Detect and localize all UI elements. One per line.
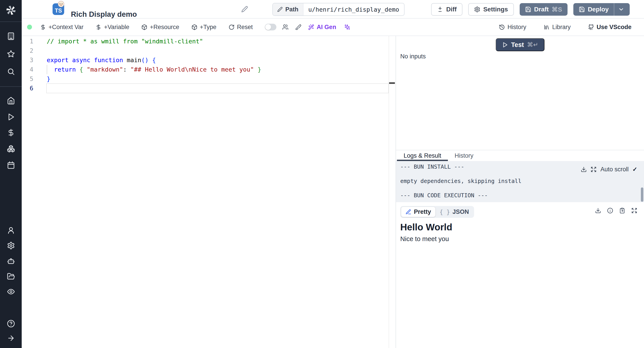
draft-button[interactable]: Draft ⌘S xyxy=(520,3,568,16)
no-inputs-text: No inputs xyxy=(400,53,426,60)
variable-label: +Variable xyxy=(104,24,129,31)
context-var-label: +Context Var xyxy=(48,24,84,31)
path-label: Path xyxy=(285,6,298,13)
line-number-gutter: 123456 xyxy=(22,37,33,93)
draft-shortcut: ⌘S xyxy=(552,6,562,13)
expand-result-icon[interactable] xyxy=(631,208,637,214)
history-button[interactable]: History xyxy=(499,24,526,31)
download-logs-icon[interactable] xyxy=(581,166,587,172)
test-button[interactable]: Test ⌘↵ xyxy=(496,38,544,51)
library-label: Library xyxy=(552,24,571,31)
sidebar-item-settings[interactable] xyxy=(0,241,22,250)
wand-sparkles-icon xyxy=(308,24,314,30)
ai-sparkles-button[interactable] xyxy=(344,24,350,30)
pretty-label: Pretty xyxy=(414,208,431,216)
pencil-icon xyxy=(277,7,283,12)
result-view-switcher: Pretty { } JSON xyxy=(400,206,474,218)
sidebar-item-favorites[interactable] xyxy=(0,49,22,59)
play-icon xyxy=(7,113,15,121)
path-label-section[interactable]: Path xyxy=(273,3,304,16)
boxes-icon xyxy=(7,145,15,153)
add-type-button[interactable]: +Type xyxy=(192,24,216,31)
home-icon xyxy=(7,96,15,105)
edit-title-pencil-icon[interactable] xyxy=(241,6,248,12)
tab-logs-result[interactable]: Logs & Result xyxy=(397,150,448,161)
pen-icon xyxy=(406,209,412,215)
brush-icon xyxy=(295,24,302,30)
sidebar-expand-button[interactable] xyxy=(0,333,22,343)
code-lines[interactable]: // import * as wmill from "windmill-clie… xyxy=(47,37,386,93)
ai-gen-button[interactable]: AI Gen xyxy=(308,24,336,31)
page-title: Rich Display demo xyxy=(71,5,137,24)
path-field[interactable]: Path u/henri/rich_display_demo xyxy=(272,3,404,16)
deploy-label: Deploy xyxy=(588,6,609,13)
add-variable-button[interactable]: +Variable xyxy=(96,24,129,31)
package-icon xyxy=(192,24,198,30)
sidebar-item-resources[interactable] xyxy=(0,144,22,154)
collaborators-button[interactable] xyxy=(282,24,288,30)
copy-to-clipboard-icon[interactable] xyxy=(619,208,625,214)
sidebar-item-variables[interactable] xyxy=(0,128,22,138)
path-value[interactable]: u/henri/rich_display_demo xyxy=(304,3,404,16)
braces-icon: { } xyxy=(440,209,450,216)
settings-button[interactable]: Settings xyxy=(468,3,514,16)
building-icon xyxy=(7,32,15,40)
sidebar-item-workspace[interactable] xyxy=(0,31,22,41)
sidebar-item-home[interactable] xyxy=(0,96,22,106)
info-icon[interactable] xyxy=(607,208,613,214)
format-code-button[interactable] xyxy=(295,24,302,30)
ai-gen-label: AI Gen xyxy=(317,24,336,31)
tab-history[interactable]: History xyxy=(448,150,480,161)
help-circle-icon xyxy=(7,320,15,328)
search-icon xyxy=(7,68,15,76)
chevron-down-icon[interactable] xyxy=(618,6,624,12)
settings-label: Settings xyxy=(483,6,508,13)
logs-viewer[interactable]: --- BUN INSTALL ---empty dependencies, s… xyxy=(396,161,644,202)
sidebar-item-users[interactable] xyxy=(0,226,22,235)
rotate-cw-icon xyxy=(228,24,234,30)
scrollbar-thumb[interactable] xyxy=(641,188,643,202)
resource-label: +Resource xyxy=(150,24,179,31)
add-context-var-button[interactable]: +Context Var xyxy=(40,24,84,31)
download-result-icon[interactable] xyxy=(595,208,601,214)
expand-logs-icon[interactable] xyxy=(590,166,596,172)
sidebar-item-search[interactable] xyxy=(0,67,22,76)
sidebar-item-folders[interactable] xyxy=(0,272,22,281)
library-button[interactable]: Library xyxy=(544,24,571,31)
code-editor[interactable]: 123456 // import * as wmill from "windmi… xyxy=(22,36,396,348)
reset-button[interactable]: Reset xyxy=(228,24,253,31)
result-markdown-heading: Hello World xyxy=(400,222,644,232)
overview-ruler-cursor-mark xyxy=(389,82,395,84)
deploy-button[interactable]: Deploy xyxy=(573,3,630,16)
button-divider xyxy=(614,3,614,16)
sidebar-item-audit-logs[interactable] xyxy=(0,287,22,296)
sidebar-divider xyxy=(0,86,22,87)
sidebar-item-help[interactable] xyxy=(0,319,22,328)
result-markdown-body: Nice to meet you xyxy=(400,235,644,243)
calendar-icon xyxy=(7,161,15,169)
test-shortcut: ⌘↵ xyxy=(527,41,538,48)
eye-icon xyxy=(7,288,15,296)
result-tabs: Logs & Result History xyxy=(396,150,644,161)
check-icon[interactable]: ✓ xyxy=(632,166,637,173)
auto-scroll-label[interactable]: Auto scroll xyxy=(600,166,628,173)
multiplayer-toggle[interactable] xyxy=(265,24,276,30)
diff-label: Diff xyxy=(446,6,456,13)
dollar-icon xyxy=(96,24,102,30)
windmill-logo-icon[interactable] xyxy=(0,3,22,18)
pretty-view-button[interactable]: Pretty xyxy=(401,207,435,217)
diff-button[interactable]: Diff xyxy=(431,3,462,16)
sidebar-item-workers[interactable] xyxy=(0,256,22,266)
use-vscode-button[interactable]: Use VScode xyxy=(588,24,632,31)
result-controls xyxy=(595,208,637,214)
sidebar xyxy=(0,0,22,348)
sidebar-item-schedules[interactable] xyxy=(0,160,22,170)
json-view-button[interactable]: { } JSON xyxy=(435,207,474,217)
add-resource-button[interactable]: +Resource xyxy=(141,24,179,31)
test-label: Test xyxy=(511,41,524,48)
sidebar-item-runs[interactable] xyxy=(0,112,22,122)
package-icon xyxy=(141,24,147,30)
use-vscode-label: Use VScode xyxy=(596,24,632,31)
sparkles-icon xyxy=(344,24,350,30)
folder-open-icon xyxy=(7,272,15,280)
